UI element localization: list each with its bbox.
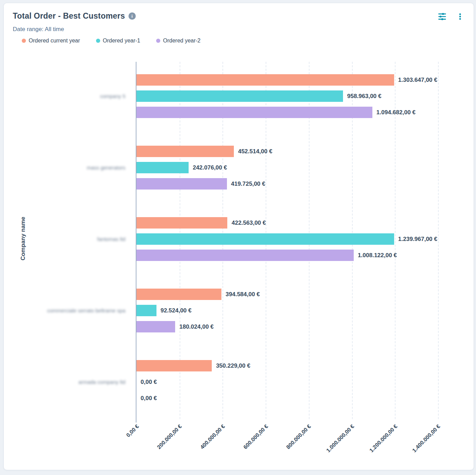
bar[interactable] [136,305,156,316]
value-label: 242.076,00 € [193,164,227,171]
value-label: 452.514,00 € [238,148,272,155]
bar[interactable] [136,250,354,261]
plot-area: company 51.303.647,00 €958.963,00 €1.094… [136,62,437,419]
bar-chart: Company name company 51.303.647,00 €958.… [136,62,437,474]
category-label: commerciale serrato beltrame spa [47,308,125,313]
value-label: 419.725,00 € [231,181,265,187]
more-options-button[interactable] [456,12,465,21]
legend-label: Ordered year-1 [103,38,141,44]
legend-item[interactable]: Ordered year-2 [156,38,201,44]
y-axis-title: Company name [20,217,27,261]
sliders-icon [438,12,447,21]
bar-row: 242.076,00 € [136,162,437,173]
bar-group: company 51.303.647,00 €958.963,00 €1.094… [136,62,437,133]
bar-row: 1.094.682,00 € [136,107,437,118]
bar[interactable] [136,146,234,157]
bar-row: 958.963,00 € [136,90,437,102]
bar-row: 1.303.647,00 € [136,74,437,86]
legend-item[interactable]: Ordered year-1 [96,38,141,44]
bar-group: mass generators452.514,00 €242.076,00 €4… [136,133,437,205]
legend-label: Ordered current year [29,38,80,44]
bar[interactable] [136,217,227,229]
legend-dot [96,39,100,43]
page-title: Total Order - Best Customers [13,11,125,21]
bar[interactable] [136,162,189,173]
bar[interactable] [136,107,372,118]
legend-label: Ordered year-2 [163,38,201,44]
bar-row: 350.229,00 € [136,360,437,371]
bar-row: 1.008.122,00 € [136,250,437,261]
bar[interactable] [136,74,394,86]
bar-row: 422.563,00 € [136,217,437,229]
value-label: 350.229,00 € [216,362,250,369]
bar[interactable] [136,90,343,102]
bar-row: 394.584,00 € [136,289,437,300]
bar[interactable] [136,360,212,371]
bar-row: 1.239.967,00 € [136,233,437,245]
bar-group: armada company ltd350.229,00 €0,00 €0,00… [136,348,437,419]
gridline [438,62,439,419]
bar[interactable] [136,289,221,300]
x-axis: 0,00 €200.000,00 €400.000,00 €600.000,00… [136,419,437,474]
value-label: 394.584,00 € [226,291,260,298]
value-label: 1.008.122,00 € [358,252,397,259]
legend-dot [156,39,160,43]
bar-row: 452.514,00 € [136,146,437,157]
value-label: 92.524,00 € [161,307,192,314]
legend-dot [22,39,26,43]
category-label: mass generators [87,165,125,171]
legend-item[interactable]: Ordered current year [22,38,80,44]
value-label: 1.303.647,00 € [398,77,437,84]
report-card: Total Order - Best Customers i [3,3,474,470]
card-header: Total Order - Best Customers i [13,11,465,21]
category-label: armada company ltd [78,379,125,385]
info-icon[interactable]: i [128,12,136,20]
value-label: 1.239.967,00 € [398,236,437,243]
kebab-menu-icon [456,13,464,20]
bar[interactable] [136,233,394,245]
category-label: company 5 [100,93,125,99]
bar-row: 0,00 € [136,392,437,404]
bar-group: fantomas ltd422.563,00 €1.239.967,00 €1.… [136,205,437,276]
value-label: 0,00 € [141,395,157,402]
date-range-label: Date range: All time [13,26,64,33]
bar-row: 419.725,00 € [136,178,437,190]
value-label: 180.024,00 € [179,323,213,330]
value-label: 958.963,00 € [347,93,381,100]
bar[interactable] [136,178,227,190]
filter-settings-button[interactable] [438,12,447,21]
bar-row: 92.524,00 € [136,305,437,316]
bar-row: 180.024,00 € [136,321,437,332]
value-label: 422.563,00 € [231,220,266,226]
bar-group: commerciale serrato beltrame spa394.584,… [136,276,437,348]
chart-legend: Ordered current yearOrdered year-1Ordere… [22,38,201,44]
bar[interactable] [136,321,175,332]
category-label: fantomas ltd [97,236,125,242]
bar-row: 0,00 € [136,376,437,388]
value-label: 0,00 € [141,379,157,386]
value-label: 1.094.682,00 € [377,109,416,116]
